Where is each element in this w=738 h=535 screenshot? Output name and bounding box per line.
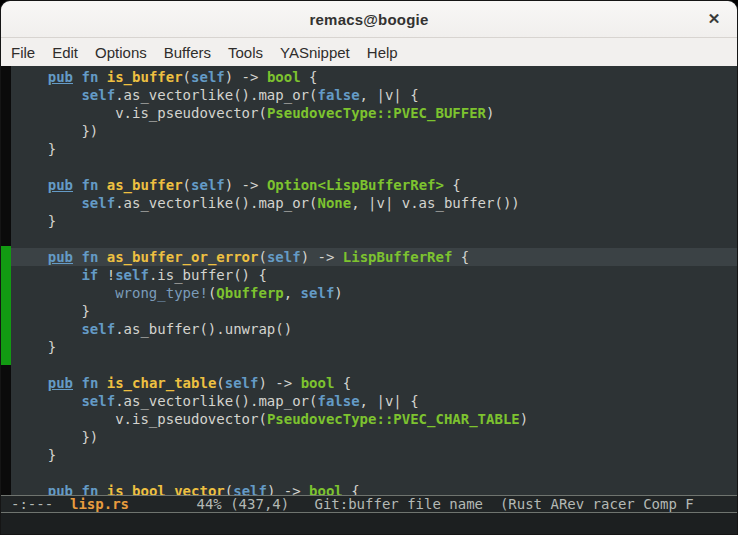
code-line bbox=[11, 158, 737, 176]
menu-item-options[interactable]: Options bbox=[95, 44, 147, 61]
menu-item-buffers[interactable]: Buffers bbox=[164, 44, 211, 61]
code-line-current: pub fn as_buffer_or_error(self) -> LispB… bbox=[11, 248, 737, 266]
code-line: self.as_vectorlike().map_or(false, |v| { bbox=[11, 392, 737, 410]
code-line: wrong_type!(Qbufferp, self) bbox=[11, 284, 737, 302]
echo-area[interactable]: Wrote /home/wilfred/projects/remacs/rust… bbox=[1, 513, 737, 534]
editor-body: pub fn is_buffer(self) -> bool { self.as… bbox=[1, 66, 737, 495]
menu-bar: FileEditOptionsBuffersToolsYASnippetHelp bbox=[1, 38, 737, 66]
code-line: } bbox=[11, 212, 737, 230]
code-line bbox=[11, 356, 737, 374]
code-line bbox=[11, 230, 737, 248]
menu-item-tools[interactable]: Tools bbox=[228, 44, 263, 61]
modeline-text: -:--- bbox=[11, 496, 70, 512]
code-line: pub fn as_buffer(self) -> Option<LispBuf… bbox=[11, 176, 737, 194]
code-line: }) bbox=[11, 122, 737, 140]
modeline-buffer-name: lisp.rs bbox=[70, 496, 129, 512]
title-bar[interactable]: remacs@boogie ✕ bbox=[1, 1, 737, 38]
menu-item-yasnippet[interactable]: YASnippet bbox=[280, 44, 350, 61]
menu-item-help[interactable]: Help bbox=[367, 44, 398, 61]
code-line: } bbox=[11, 302, 737, 320]
scrollbar[interactable] bbox=[1, 66, 11, 495]
modeline-text: 44% (437,4) Git:buffer_file_name (Rust A… bbox=[129, 496, 694, 512]
scrollbar-thumb[interactable] bbox=[1, 246, 11, 365]
code-line: pub fn is_char_table(self) -> bool { bbox=[11, 374, 737, 392]
code-line bbox=[11, 464, 737, 482]
menu-item-file[interactable]: File bbox=[11, 44, 35, 61]
code-line: } bbox=[11, 140, 737, 158]
code-line: if !self.is_buffer() { bbox=[11, 266, 737, 284]
code-line: } bbox=[11, 338, 737, 356]
window-title: remacs@boogie bbox=[310, 11, 429, 28]
code-line: } bbox=[11, 446, 737, 464]
code-line: }) bbox=[11, 428, 737, 446]
code-line: self.as_vectorlike().map_or(false, |v| { bbox=[11, 86, 737, 104]
code-line: pub fn is_bool_vector(self) -> bool { bbox=[11, 482, 737, 495]
menu-item-edit[interactable]: Edit bbox=[52, 44, 78, 61]
code-line: v.is_pseudovector(PseudovecType::PVEC_BU… bbox=[11, 104, 737, 122]
code-line: v.is_pseudovector(PseudovecType::PVEC_CH… bbox=[11, 410, 737, 428]
close-icon[interactable]: ✕ bbox=[701, 6, 727, 32]
code-line: self.as_buffer().unwrap() bbox=[11, 320, 737, 338]
code-line: self.as_vectorlike().map_or(None, |v| v.… bbox=[11, 194, 737, 212]
mode-line: -:--- lisp.rs 44% (437,4) Git:buffer_fil… bbox=[1, 495, 737, 513]
code-area[interactable]: pub fn is_buffer(self) -> bool { self.as… bbox=[11, 66, 737, 495]
code-line: pub fn is_buffer(self) -> bool { bbox=[11, 68, 737, 86]
emacs-window: remacs@boogie ✕ FileEditOptionsBuffersTo… bbox=[0, 0, 738, 535]
